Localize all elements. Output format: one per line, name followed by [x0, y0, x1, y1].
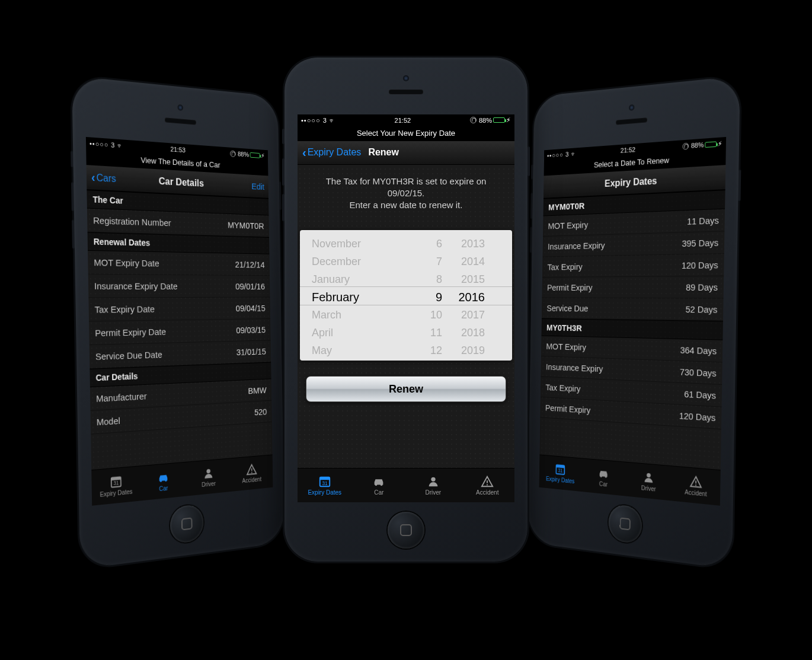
phone-center: ••○○○3ᯤ 21:52 88%⚡︎ Select Your New Expi…	[284, 58, 528, 562]
rotation-lock-icon	[470, 117, 477, 123]
svg-point-20	[381, 483, 383, 486]
warning-icon	[245, 462, 258, 476]
home-button[interactable]	[388, 512, 424, 549]
row-tax[interactable]: Tax Expiry Date09/04/15	[88, 297, 270, 321]
row-mot[interactable]: MOT Expiry Date21/12/14	[88, 250, 270, 275]
tab-expiry-dates[interactable]: 31 Expiry Dates	[539, 455, 582, 492]
picker-item[interactable]: 9	[436, 288, 442, 306]
battery-icon	[493, 117, 505, 123]
clock: 21:53	[171, 145, 186, 154]
svg-point-21	[431, 477, 435, 481]
tab-driver[interactable]: Driver	[406, 468, 461, 502]
label: Registration Number	[93, 215, 171, 228]
warning-icon	[479, 475, 495, 488]
picker-month-column[interactable]: NovemberDecemberJanuaryFebruaryMarchApri…	[312, 230, 395, 361]
picker-item[interactable]: 2017	[461, 306, 485, 324]
picker-item[interactable]: 2019	[461, 342, 485, 359]
picker-item[interactable]: April	[312, 324, 333, 342]
car-icon	[597, 466, 610, 480]
home-button[interactable]	[608, 503, 642, 544]
svg-rect-7	[251, 471, 252, 473]
expiry-row[interactable]: Tax Expiry120 Days	[542, 254, 724, 278]
picker-item[interactable]: 2018	[461, 324, 485, 342]
picker-year-column[interactable]: 2013201420152016201720182019	[449, 230, 485, 361]
svg-rect-23	[487, 484, 488, 485]
renew-button-label: Renew	[389, 383, 423, 396]
picker-item[interactable]: January	[312, 270, 350, 288]
row-insurance[interactable]: Insurance Expiry Date09/01/16	[88, 274, 270, 298]
battery-icon	[250, 152, 260, 158]
expiry-row[interactable]: Service Due52 Days	[542, 298, 724, 321]
date-picker[interactable]: NovemberDecemberJanuaryFebruaryMarchApri…	[300, 230, 512, 361]
tab-expiry-dates[interactable]: 31 Expiry Dates	[298, 468, 352, 502]
clock: 21:52	[395, 117, 411, 124]
picker-item[interactable]: 2014	[461, 253, 485, 270]
person-icon	[202, 466, 215, 480]
tab-driver[interactable]: Driver	[186, 458, 231, 496]
svg-rect-22	[487, 480, 488, 483]
svg-point-5	[206, 468, 210, 473]
nav-bar: ‹ Expiry Dates Renew	[298, 141, 514, 165]
value: MYM0T0R	[228, 219, 264, 231]
picker-item[interactable]: November	[312, 235, 361, 253]
back-label: Expiry Dates	[308, 147, 362, 158]
picker-item[interactable]: May	[312, 342, 332, 359]
picker-item[interactable]: 6	[436, 235, 442, 253]
warning-icon	[688, 474, 704, 489]
tab-accident[interactable]: Accident	[672, 466, 721, 505]
picker-item[interactable]: December	[312, 253, 361, 270]
svg-text:31: 31	[558, 468, 562, 474]
tab-car[interactable]: Car	[581, 458, 626, 496]
calendar-icon: 31	[317, 475, 333, 488]
car-icon	[156, 470, 170, 484]
clock: 21:52	[621, 146, 635, 154]
wifi-icon: ᯤ	[329, 117, 335, 124]
back-button[interactable]: ‹ Expiry Dates	[302, 146, 361, 160]
car-icon	[371, 475, 386, 488]
calendar-icon: 31	[554, 462, 567, 476]
picker-item[interactable]: 8	[436, 270, 442, 288]
back-label: Cars	[96, 172, 116, 184]
tab-accident[interactable]: Accident	[461, 468, 515, 502]
picker-item[interactable]: 2016	[459, 288, 485, 306]
screen-subtitle: Select Your New Expiry Date	[298, 126, 514, 141]
renew-button[interactable]: Renew	[306, 376, 506, 402]
tab-accident[interactable]: Accident	[230, 455, 273, 492]
phone-right: ••○○○3ᯤ 21:52 88%⚡︎ Select a Date To Ren…	[528, 75, 740, 569]
picker-item[interactable]: February	[312, 288, 359, 306]
chevron-left-icon: ‹	[91, 170, 95, 184]
page-title: Expiry Dates	[605, 175, 657, 189]
svg-rect-14	[695, 480, 696, 483]
edit-button[interactable]: Edit	[251, 181, 264, 192]
picker-item[interactable]: 2013	[461, 235, 485, 253]
page-title: Renew	[368, 147, 399, 158]
rotation-lock-icon	[230, 150, 236, 157]
svg-point-19	[375, 483, 378, 486]
svg-text:31: 31	[113, 480, 119, 486]
picker-day-column[interactable]: 6789101112	[413, 230, 442, 361]
tab-driver[interactable]: Driver	[625, 462, 672, 500]
chevron-left-icon: ‹	[302, 146, 306, 160]
info-text: The Tax for MY0TH3R is set to expire on …	[298, 165, 514, 225]
picker-item[interactable]: 12	[430, 342, 442, 359]
svg-rect-15	[695, 484, 696, 486]
picker-item[interactable]: March	[312, 306, 341, 324]
status-bar: ••○○○3ᯤ 21:52 88%⚡︎	[298, 114, 514, 126]
tab-bar: 31 Expiry Dates Car Driver Accident	[298, 468, 514, 502]
page-title: Car Details	[159, 176, 204, 189]
person-icon	[426, 475, 441, 488]
svg-rect-17	[320, 477, 330, 480]
tab-car[interactable]: Car	[352, 468, 407, 502]
home-button[interactable]	[170, 503, 204, 544]
picker-item[interactable]: 11	[430, 324, 442, 342]
picker-item[interactable]: 7	[436, 253, 442, 270]
tab-car[interactable]: Car	[140, 462, 187, 500]
wifi-icon: ᯤ	[117, 141, 123, 149]
back-button[interactable]: ‹ Cars	[91, 170, 116, 185]
picker-item[interactable]: 10	[430, 306, 442, 324]
tab-expiry-dates[interactable]: 31 Expiry Dates	[91, 466, 140, 505]
person-icon	[641, 470, 656, 484]
calendar-icon: 31	[108, 474, 124, 489]
picker-item[interactable]: 2015	[461, 270, 485, 288]
expiry-row[interactable]: Permit Expiry89 Days	[542, 276, 724, 298]
